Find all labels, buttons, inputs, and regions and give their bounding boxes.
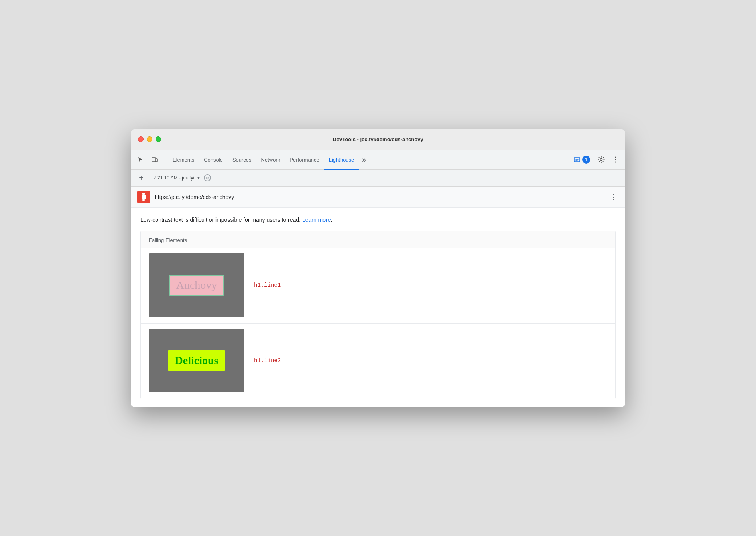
tab-right-actions: 1 bbox=[570, 153, 622, 166]
anchovy-preview-text: Anchovy bbox=[176, 279, 217, 291]
context-time: 7:21:10 AM - jec.fyi bbox=[154, 175, 194, 181]
tab-network[interactable]: Network bbox=[256, 150, 285, 170]
svg-point-3 bbox=[615, 157, 616, 158]
warning-section: Low-contrast text is difficult or imposs… bbox=[131, 208, 625, 231]
failing-element-anchovy: Anchovy h1.line1 bbox=[141, 248, 615, 323]
tab-lighthouse[interactable]: Lighthouse bbox=[324, 150, 359, 170]
caret-down-icon[interactable]: ▼ bbox=[197, 176, 201, 180]
url-bar-section: https://jec.fyi/demo/cds-anchovy ⋮ bbox=[131, 187, 625, 208]
settings-icon[interactable] bbox=[595, 153, 608, 166]
svg-point-5 bbox=[615, 162, 616, 163]
minimize-button[interactable] bbox=[147, 136, 152, 142]
devtools-window: DevTools - jec.fyi/demo/cds-anchovy Elem… bbox=[131, 129, 625, 407]
title-bar: DevTools - jec.fyi/demo/cds-anchovy bbox=[131, 129, 625, 150]
tab-bar: Elements Console Sources Network Perform… bbox=[131, 150, 625, 170]
maximize-button[interactable] bbox=[156, 136, 161, 142]
svg-rect-0 bbox=[152, 158, 156, 162]
delicious-selector[interactable]: h1.line2 bbox=[254, 357, 281, 364]
lighthouse-icon bbox=[137, 191, 150, 203]
svg-rect-1 bbox=[156, 159, 158, 162]
delicious-thumbnail: Delicious bbox=[149, 329, 244, 392]
vertical-dots-icon[interactable] bbox=[609, 153, 622, 166]
secondary-bar: + 7:21:10 AM - jec.fyi ▼ ⊘ bbox=[131, 170, 625, 187]
main-content: https://jec.fyi/demo/cds-anchovy ⋮ Low-c… bbox=[131, 187, 625, 407]
svg-point-2 bbox=[600, 159, 602, 161]
svg-rect-6 bbox=[142, 193, 145, 195]
page-url: https://jec.fyi/demo/cds-anchovy bbox=[155, 194, 234, 200]
divider bbox=[150, 174, 150, 182]
notification-badge[interactable]: 1 bbox=[570, 154, 593, 165]
svg-point-4 bbox=[615, 159, 616, 160]
tab-sources[interactable]: Sources bbox=[228, 150, 256, 170]
cursor-icon[interactable] bbox=[134, 153, 147, 166]
badge-count: 1 bbox=[582, 156, 590, 164]
anchovy-preview-box: Anchovy bbox=[169, 275, 224, 296]
warning-text: Low-contrast text is difficult or imposs… bbox=[140, 216, 616, 224]
close-button[interactable] bbox=[138, 136, 144, 142]
tab-console[interactable]: Console bbox=[199, 150, 228, 170]
window-title: DevTools - jec.fyi/demo/cds-anchovy bbox=[333, 136, 423, 142]
device-toggle-icon[interactable] bbox=[148, 153, 161, 166]
options-menu-button[interactable]: ⋮ bbox=[608, 191, 619, 203]
content-area: Low-contrast text is difficult or imposs… bbox=[131, 208, 625, 407]
url-context: 7:21:10 AM - jec.fyi ▼ bbox=[154, 175, 201, 181]
traffic-lights bbox=[138, 136, 161, 142]
svg-rect-8 bbox=[142, 199, 145, 201]
delicious-preview-box: Delicious bbox=[168, 350, 226, 371]
no-through-icon: ⊘ bbox=[204, 174, 211, 181]
tab-icons bbox=[134, 153, 166, 166]
anchovy-selector[interactable]: h1.line1 bbox=[254, 282, 281, 288]
url-left: https://jec.fyi/demo/cds-anchovy bbox=[137, 191, 234, 203]
failing-header: Failing Elements bbox=[141, 231, 615, 248]
svg-rect-7 bbox=[142, 195, 146, 199]
add-tab-button[interactable]: + bbox=[136, 172, 147, 183]
anchovy-thumbnail: Anchovy bbox=[149, 253, 244, 317]
tab-elements[interactable]: Elements bbox=[168, 150, 199, 170]
delicious-preview-text: Delicious bbox=[175, 354, 219, 367]
tab-performance[interactable]: Performance bbox=[285, 150, 324, 170]
failing-element-delicious: Delicious h1.line2 bbox=[141, 323, 615, 399]
more-tabs-button[interactable]: » bbox=[359, 150, 369, 169]
failing-elements-container: Failing Elements Anchovy h1.line1 Delici… bbox=[140, 231, 616, 399]
learn-more-link[interactable]: Learn more bbox=[302, 217, 331, 223]
